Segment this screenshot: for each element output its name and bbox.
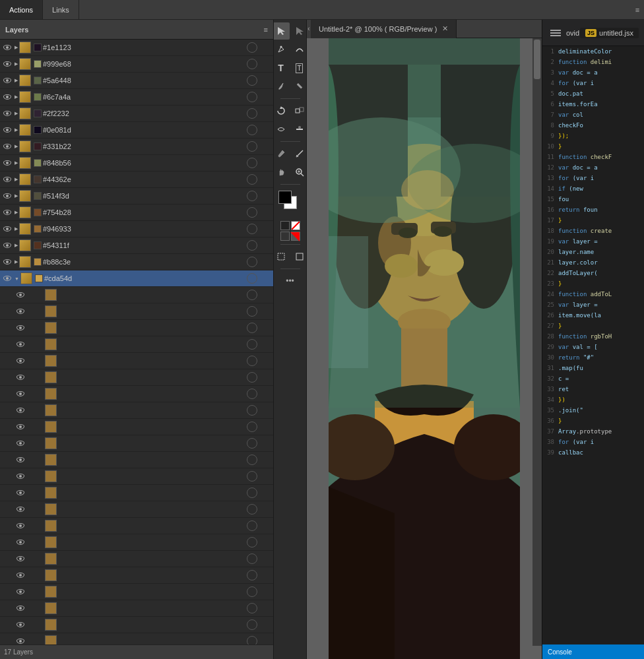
layer-visibility-circle[interactable] xyxy=(247,389,257,399)
layer-row[interactable]: ▶ #331b22 xyxy=(0,139,273,155)
layer-row[interactable]: ▶ #b88c3e xyxy=(0,254,273,270)
layer-visibility-circle[interactable] xyxy=(247,108,257,119)
layer-visibility-btn[interactable] xyxy=(0,56,15,73)
type-tool-btn[interactable]: T xyxy=(274,59,290,77)
width-tool-btn[interactable] xyxy=(291,121,307,138)
layer-row[interactable]: ▶ #848b56 xyxy=(0,155,273,172)
type-area-tool-btn[interactable]: T xyxy=(291,59,307,77)
layer-visibility-btn[interactable] xyxy=(13,452,28,468)
none-fill[interactable] xyxy=(291,232,300,241)
zoom-tool-btn[interactable] xyxy=(291,164,307,181)
layer-expand-icon[interactable]: ▶ xyxy=(15,127,18,133)
layer-visibility-btn[interactable] xyxy=(13,419,28,435)
layer-row[interactable] xyxy=(0,551,273,567)
layer-visibility-btn[interactable] xyxy=(13,468,28,485)
layer-visibility-btn[interactable] xyxy=(13,402,28,419)
layer-visibility-btn[interactable] xyxy=(0,270,15,287)
hand-tool-btn[interactable] xyxy=(274,164,290,181)
select-tool-btn[interactable] xyxy=(274,22,290,40)
brush-tool-btn[interactable] xyxy=(274,78,290,95)
layer-row[interactable] xyxy=(0,567,273,584)
layer-visibility-circle[interactable] xyxy=(247,372,257,383)
layer-visibility-btn[interactable] xyxy=(0,106,15,122)
layer-visibility-circle[interactable] xyxy=(247,471,257,482)
layer-visibility-btn[interactable] xyxy=(0,122,15,139)
layer-visibility-btn[interactable] xyxy=(0,172,15,188)
warp-tool-btn[interactable] xyxy=(274,121,290,138)
layer-visibility-btn[interactable] xyxy=(0,237,15,254)
layer-visibility-circle[interactable] xyxy=(247,339,257,350)
layer-row[interactable] xyxy=(0,336,273,353)
canvas-scroll-thumb[interactable] xyxy=(534,40,540,79)
layer-expand-icon[interactable]: ▶ xyxy=(15,226,18,232)
layer-visibility-btn[interactable] xyxy=(13,600,28,617)
fill-box[interactable] xyxy=(291,221,300,230)
layer-row[interactable] xyxy=(0,534,273,551)
layer-row[interactable] xyxy=(0,584,273,600)
layer-row[interactable] xyxy=(0,419,273,435)
layer-row[interactable]: ▶ #754b28 xyxy=(0,204,273,221)
layer-row[interactable]: ▶ #44362e xyxy=(0,172,273,188)
layer-row[interactable] xyxy=(0,353,273,369)
layer-visibility-btn[interactable] xyxy=(13,518,28,534)
layer-visibility-circle[interactable] xyxy=(247,323,257,333)
layer-visibility-circle[interactable] xyxy=(247,504,257,515)
layer-visibility-circle[interactable] xyxy=(247,586,257,597)
stroke-box[interactable] xyxy=(280,221,290,230)
curvature-tool-btn[interactable] xyxy=(291,41,307,58)
layer-expand-icon[interactable]: ▶ xyxy=(15,61,18,67)
canvas-scroll-bar[interactable] xyxy=(532,38,542,646)
layer-row[interactable]: ▶ #6c7a4a xyxy=(0,89,273,106)
layer-visibility-btn[interactable] xyxy=(0,221,15,237)
layer-visibility-circle[interactable] xyxy=(247,240,257,251)
layer-visibility-circle[interactable] xyxy=(247,306,257,317)
layer-row[interactable] xyxy=(0,518,273,534)
layer-visibility-btn[interactable] xyxy=(13,534,28,551)
layer-row[interactable]: ▶ #0e081d xyxy=(0,122,273,139)
layer-row[interactable] xyxy=(0,485,273,501)
layers-list[interactable]: ▶ #1e1123 ▶ #999e68 ▶ #5a6448 ▶ #6c7a4a xyxy=(0,40,273,644)
layer-visibility-btn[interactable] xyxy=(13,287,28,303)
layer-visibility-circle[interactable] xyxy=(247,273,257,284)
layer-row[interactable]: ▶ #1e1123 xyxy=(0,40,273,56)
layer-visibility-circle[interactable] xyxy=(247,603,257,613)
layer-row[interactable] xyxy=(0,633,273,644)
layer-visibility-btn[interactable] xyxy=(13,501,28,518)
layer-visibility-btn[interactable] xyxy=(13,435,28,452)
layer-visibility-circle[interactable] xyxy=(247,75,257,86)
layer-row[interactable]: ▶ #946933 xyxy=(0,221,273,237)
layer-visibility-btn[interactable] xyxy=(0,204,15,221)
layer-expand-icon[interactable]: ▶ xyxy=(15,193,18,199)
editor-menu-btn[interactable] xyxy=(548,25,564,41)
layer-visibility-circle[interactable] xyxy=(247,405,257,416)
layer-visibility-circle[interactable] xyxy=(247,59,257,69)
layer-row[interactable] xyxy=(0,452,273,468)
layer-visibility-circle[interactable] xyxy=(247,125,257,135)
none-stroke[interactable] xyxy=(280,232,290,241)
layer-visibility-btn[interactable] xyxy=(0,73,15,89)
layer-visibility-btn[interactable] xyxy=(13,303,28,320)
layer-visibility-circle[interactable] xyxy=(247,207,257,218)
layer-visibility-btn[interactable] xyxy=(13,551,28,567)
layer-visibility-circle[interactable] xyxy=(247,224,257,234)
layer-visibility-circle[interactable] xyxy=(247,520,257,531)
scale-tool-btn[interactable] xyxy=(291,102,307,119)
layer-visibility-circle[interactable] xyxy=(247,455,257,465)
layer-visibility-circle[interactable] xyxy=(247,636,257,644)
layer-row[interactable]: ▶ #5a6448 xyxy=(0,73,273,89)
layer-visibility-btn[interactable] xyxy=(13,336,28,353)
layer-visibility-circle[interactable] xyxy=(247,487,257,498)
more-tools-btn[interactable]: ••• xyxy=(280,272,300,290)
layer-visibility-circle[interactable] xyxy=(247,356,257,366)
layer-expand-icon[interactable]: ▶ xyxy=(15,210,18,215)
layer-visibility-circle[interactable] xyxy=(247,191,257,201)
canvas-viewport[interactable] xyxy=(307,38,542,659)
layer-visibility-circle[interactable] xyxy=(247,619,257,630)
direct-select-tool-btn[interactable] xyxy=(291,22,307,40)
layer-visibility-circle[interactable] xyxy=(247,537,257,548)
layer-visibility-btn[interactable] xyxy=(0,254,15,270)
eyedropper-tool-btn[interactable] xyxy=(274,145,290,162)
layer-row[interactable] xyxy=(0,600,273,617)
layer-visibility-circle[interactable] xyxy=(247,42,257,53)
layer-visibility-circle[interactable] xyxy=(247,290,257,300)
